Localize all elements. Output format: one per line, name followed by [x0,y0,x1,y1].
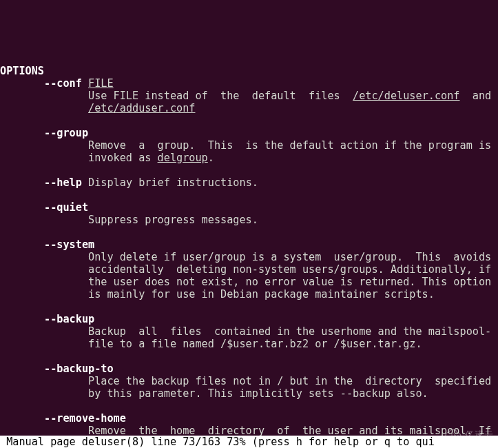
watermark: 亿速云 [444,429,494,441]
opt-backup-text-2: file to a file named /$user.tar.bz2 or /… [0,338,422,350]
opt-backupto-text-2: by this parameter. This implicitly sets … [0,387,428,400]
opt-group-link: delgroup [158,152,208,164]
opt-backupto-text-1: Place the backup files not in / but in t… [0,375,491,387]
opt-quiet-text-1: Suppress progress messages. [0,214,258,226]
cloud-icon [444,429,462,440]
opt-conf-text-1a: Use FILE instead of the default files [0,90,353,102]
man-status-line[interactable]: Manual page deluser(8) line 73/163 73% (… [0,436,498,448]
section-header: OPTIONS [0,65,44,77]
opt-group-text-2a: invoked as [0,152,158,164]
opt-system-text-4: is mainly for use in Debian package main… [0,288,435,301]
opt-backup-text-1: Backup all files contained in the userho… [0,325,491,338]
opt-conf-file1: /etc/deluser.conf [353,90,459,102]
opt-conf-file2: /etc/adduser.conf [88,102,195,114]
man-status-text: Manual page deluser(8) line 73/163 73% (… [0,436,435,448]
opt-system-flag: --system [44,238,94,251]
opt-conf-flag: --conf [44,77,82,90]
opt-help-flag: --help [44,176,82,189]
opt-help-text: Display brief instructions. [82,176,258,189]
opt-system-text-2: accidentally deleting non-system users/g… [0,263,491,276]
opt-conf-arg: FILE [88,77,114,90]
opt-backupto-flag: --backup-to [44,363,114,375]
opt-system-text-1: Only delete if user/group is a system us… [0,251,491,263]
watermark-text: 亿速云 [465,429,494,441]
opt-backup-flag: --backup [44,313,94,325]
manpage-content[interactable]: OPTIONS --conf FILE Use FILE instead of … [0,50,498,448]
opt-quiet-flag: --quiet [44,201,88,214]
opt-conf-text-1b: and [460,90,492,102]
opt-rmhome-flag: --remove-home [44,412,126,425]
opt-conf-text-2a [0,102,88,114]
opt-group-text-1: Remove a group. This is the default acti… [0,139,491,152]
opt-group-text-2b: . [208,152,214,164]
opt-group-flag: --group [44,127,88,139]
opt-system-text-3: the user does not exist, no error value … [0,276,491,288]
